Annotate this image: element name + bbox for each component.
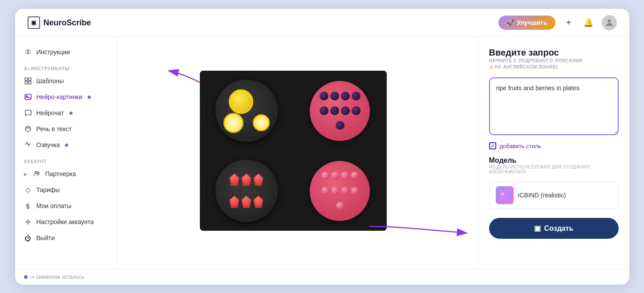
sidebar-item-tariffs[interactable]: ◇ Тарифы bbox=[15, 182, 117, 198]
logo-icon: ▣ bbox=[28, 16, 40, 29]
sidebar-section-ai: AI-ИНСТРУМЕНТЫ bbox=[15, 60, 117, 73]
sidebar: ② Инструкции AI-ИНСТРУМЕНТЫ Шаблоны Нейр… bbox=[15, 37, 117, 269]
upgrade-label: Улучшить bbox=[517, 19, 547, 26]
sidebar-item-settings[interactable]: Настройки аккаунта bbox=[15, 214, 117, 230]
neuro-images-dot bbox=[88, 96, 91, 99]
svg-rect-4 bbox=[28, 81, 31, 84]
sidebar-item-instructions[interactable]: ② Инструкции bbox=[15, 44, 117, 60]
sidebar-item-label: Инструкции bbox=[36, 48, 70, 56]
avatar[interactable] bbox=[602, 15, 617, 30]
footer: ∞ символов осталось bbox=[15, 269, 629, 285]
svg-point-7 bbox=[25, 126, 31, 132]
speech-icon bbox=[24, 125, 32, 133]
app-window: ▣ NeuroScribe 🚀 Улучшить ✦ 🔔 ② Инструкци… bbox=[15, 9, 629, 285]
neurochat-icon bbox=[24, 109, 32, 117]
lemon-plate-cell bbox=[200, 71, 293, 151]
sidebar-section-account: АККАУНТ bbox=[15, 153, 117, 166]
create-icon: ▣ bbox=[534, 224, 541, 233]
sidebar-item-label: Речь в текст bbox=[36, 125, 72, 132]
strawberry-plate-cell bbox=[200, 151, 293, 231]
svg-point-10 bbox=[27, 221, 29, 223]
panel-subtitle: НАЧНИТЕ С ПОДРОБНОГО ОПИСАНИЯ ⚠ НА АНГЛИ… bbox=[489, 58, 619, 70]
sidebar-item-templates[interactable]: Шаблоны bbox=[15, 73, 117, 89]
svg-rect-5 bbox=[25, 94, 31, 100]
voiceover-icon bbox=[24, 141, 32, 149]
footer-label: ∞ символов осталось bbox=[31, 274, 85, 280]
sidebar-item-neuro-images[interactable]: Нейро-картинки bbox=[15, 89, 117, 105]
page-content-wrapper: Введите запрос НАЧНИТЕ С ПОДРОБНОГО ОПИС… bbox=[117, 37, 629, 269]
model-thumbnail bbox=[496, 186, 514, 204]
svg-rect-2 bbox=[28, 78, 31, 80]
sidebar-item-label: Мои оплаты bbox=[36, 202, 72, 209]
svg-point-14 bbox=[501, 192, 504, 196]
svg-point-9 bbox=[37, 172, 39, 174]
add-style-button[interactable]: ✓ добавить стиль bbox=[489, 142, 619, 149]
sidebar-item-logout[interactable]: ⏻ Выйти bbox=[15, 230, 117, 246]
content-area: Введите запрос НАЧНИТЕ С ПОДРОБНОГО ОПИС… bbox=[117, 37, 629, 269]
sidebar-item-payments[interactable]: $ Мои оплаты bbox=[15, 198, 117, 214]
templates-icon bbox=[24, 77, 32, 85]
model-name: ICBIND (realistic) bbox=[518, 192, 566, 199]
payments-icon: $ bbox=[24, 202, 32, 210]
raspberry-plate-cell bbox=[293, 151, 387, 231]
sidebar-item-label: Нейрочат bbox=[36, 109, 64, 116]
sidebar-item-label: Тарифы bbox=[36, 186, 60, 193]
settings-icon bbox=[24, 218, 32, 226]
instructions-icon: ② bbox=[24, 48, 32, 56]
model-subtitle: МОДЕЛЬ ИСПОЛЬЗУЕМАЯ ДЛЯ СОЗДАНИЯ ИЗОБРАЖ… bbox=[489, 165, 619, 174]
warning-icon: ⚠ bbox=[489, 64, 494, 69]
neuro-images-icon bbox=[24, 93, 32, 101]
sidebar-item-label: Выйти bbox=[36, 234, 55, 241]
main-layout: ② Инструкции AI-ИНСТРУМЕНТЫ Шаблоны Нейр… bbox=[15, 37, 629, 269]
neurochat-dot bbox=[69, 112, 73, 115]
sidebar-item-neurochat[interactable]: Нейрочат bbox=[15, 105, 117, 121]
partner-chevron: ▶ bbox=[24, 172, 28, 177]
create-label: Создать bbox=[544, 225, 574, 233]
bell-icon[interactable]: 🔔 bbox=[582, 16, 595, 29]
prompt-textarea[interactable]: ripe fruits and berries in plates bbox=[489, 77, 619, 135]
subtitle-line1: НАЧНИТЕ С ПОДРОБНОГО ОПИСАНИЯ bbox=[489, 58, 583, 63]
theme-toggle-icon[interactable]: ✦ bbox=[563, 16, 575, 29]
create-button[interactable]: ▣ Создать bbox=[489, 218, 619, 239]
blackberry-plate-cell bbox=[293, 71, 387, 151]
voiceover-dot bbox=[65, 144, 68, 147]
fruit-image bbox=[200, 71, 387, 231]
sidebar-item-label: Озвучка bbox=[36, 141, 60, 149]
footer-dot bbox=[24, 275, 28, 279]
sidebar-item-speech[interactable]: Речь в текст bbox=[15, 121, 117, 137]
app-title: NeuroScribe bbox=[44, 18, 91, 28]
svg-rect-3 bbox=[25, 81, 28, 84]
sidebar-item-label: Партнерка bbox=[45, 170, 76, 177]
model-selector[interactable]: ICBIND (realistic) bbox=[489, 181, 619, 209]
sidebar-item-label: Настройки аккаунта bbox=[36, 218, 94, 225]
image-area bbox=[117, 37, 478, 269]
model-title: Модель bbox=[489, 157, 619, 165]
svg-rect-1 bbox=[25, 78, 28, 80]
header: ▣ NeuroScribe 🚀 Улучшить ✦ 🔔 bbox=[15, 9, 629, 37]
partner-icon bbox=[33, 170, 41, 178]
logout-icon: ⏻ bbox=[24, 234, 32, 242]
add-style-checkbox: ✓ bbox=[489, 142, 496, 149]
sidebar-item-label: Нейро-картинки bbox=[36, 93, 83, 100]
sidebar-item-voiceover[interactable]: Озвучка bbox=[15, 137, 117, 153]
header-right: 🚀 Улучшить ✦ 🔔 bbox=[498, 15, 616, 30]
upgrade-button[interactable]: 🚀 Улучшить bbox=[498, 16, 555, 30]
right-panel: Введите запрос НАЧНИТЕ С ПОДРОБНОГО ОПИС… bbox=[478, 37, 629, 269]
panel-title: Введите запрос bbox=[489, 48, 619, 58]
sidebar-item-partner[interactable]: ▶ Партнерка bbox=[15, 166, 117, 182]
tariffs-icon: ◇ bbox=[24, 186, 32, 194]
subtitle-line2: НА АНГЛИЙСКОМ ЯЗЫКЕ) bbox=[495, 64, 558, 69]
upgrade-icon: 🚀 bbox=[506, 19, 514, 26]
add-style-label: добавить стиль bbox=[500, 143, 542, 149]
svg-point-8 bbox=[35, 172, 37, 174]
svg-rect-13 bbox=[498, 189, 511, 202]
sidebar-item-label: Шаблоны bbox=[36, 77, 64, 84]
logo: ▣ NeuroScribe bbox=[28, 16, 91, 29]
svg-point-0 bbox=[608, 20, 611, 23]
